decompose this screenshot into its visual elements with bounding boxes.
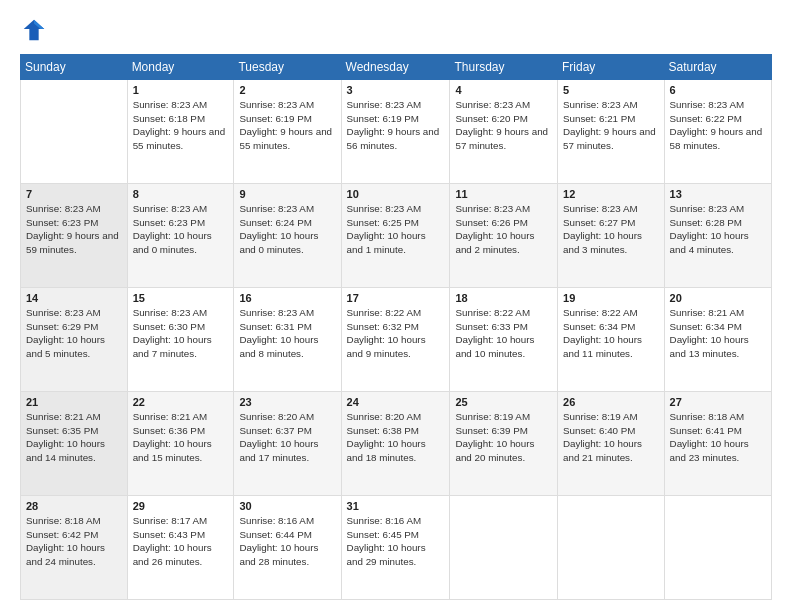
- day-info: Sunrise: 8:23 AMSunset: 6:29 PMDaylight:…: [26, 306, 122, 361]
- calendar-cell: 11Sunrise: 8:23 AMSunset: 6:26 PMDayligh…: [450, 184, 558, 288]
- day-number: 19: [563, 292, 659, 304]
- calendar-cell: [450, 496, 558, 600]
- day-info: Sunrise: 8:23 AMSunset: 6:21 PMDaylight:…: [563, 98, 659, 153]
- page: SundayMondayTuesdayWednesdayThursdayFrid…: [0, 0, 792, 612]
- day-number: 1: [133, 84, 229, 96]
- calendar-cell: 18Sunrise: 8:22 AMSunset: 6:33 PMDayligh…: [450, 288, 558, 392]
- day-info: Sunrise: 8:21 AMSunset: 6:34 PMDaylight:…: [670, 306, 766, 361]
- calendar-cell: 29Sunrise: 8:17 AMSunset: 6:43 PMDayligh…: [127, 496, 234, 600]
- header: [20, 16, 772, 44]
- day-info: Sunrise: 8:23 AMSunset: 6:18 PMDaylight:…: [133, 98, 229, 153]
- day-number: 11: [455, 188, 552, 200]
- calendar-cell: 4Sunrise: 8:23 AMSunset: 6:20 PMDaylight…: [450, 80, 558, 184]
- day-info: Sunrise: 8:18 AMSunset: 6:42 PMDaylight:…: [26, 514, 122, 569]
- day-number: 3: [347, 84, 445, 96]
- day-info: Sunrise: 8:23 AMSunset: 6:26 PMDaylight:…: [455, 202, 552, 257]
- calendar-week-row: 28Sunrise: 8:18 AMSunset: 6:42 PMDayligh…: [21, 496, 772, 600]
- calendar-cell: [21, 80, 128, 184]
- calendar-cell: 24Sunrise: 8:20 AMSunset: 6:38 PMDayligh…: [341, 392, 450, 496]
- day-info: Sunrise: 8:20 AMSunset: 6:38 PMDaylight:…: [347, 410, 445, 465]
- day-number: 2: [239, 84, 335, 96]
- calendar-cell: 25Sunrise: 8:19 AMSunset: 6:39 PMDayligh…: [450, 392, 558, 496]
- day-number: 20: [670, 292, 766, 304]
- weekday-header: Thursday: [450, 55, 558, 80]
- logo: [20, 16, 52, 44]
- day-number: 21: [26, 396, 122, 408]
- day-info: Sunrise: 8:22 AMSunset: 6:33 PMDaylight:…: [455, 306, 552, 361]
- day-number: 22: [133, 396, 229, 408]
- calendar-cell: 5Sunrise: 8:23 AMSunset: 6:21 PMDaylight…: [558, 80, 665, 184]
- day-info: Sunrise: 8:23 AMSunset: 6:31 PMDaylight:…: [239, 306, 335, 361]
- calendar-cell: 3Sunrise: 8:23 AMSunset: 6:19 PMDaylight…: [341, 80, 450, 184]
- calendar-week-row: 7Sunrise: 8:23 AMSunset: 6:23 PMDaylight…: [21, 184, 772, 288]
- day-info: Sunrise: 8:19 AMSunset: 6:39 PMDaylight:…: [455, 410, 552, 465]
- day-info: Sunrise: 8:23 AMSunset: 6:23 PMDaylight:…: [26, 202, 122, 257]
- calendar-cell: 10Sunrise: 8:23 AMSunset: 6:25 PMDayligh…: [341, 184, 450, 288]
- day-number: 24: [347, 396, 445, 408]
- calendar-cell: 8Sunrise: 8:23 AMSunset: 6:23 PMDaylight…: [127, 184, 234, 288]
- calendar-week-row: 14Sunrise: 8:23 AMSunset: 6:29 PMDayligh…: [21, 288, 772, 392]
- calendar-cell: 9Sunrise: 8:23 AMSunset: 6:24 PMDaylight…: [234, 184, 341, 288]
- calendar-cell: 12Sunrise: 8:23 AMSunset: 6:27 PMDayligh…: [558, 184, 665, 288]
- calendar-cell: 16Sunrise: 8:23 AMSunset: 6:31 PMDayligh…: [234, 288, 341, 392]
- day-info: Sunrise: 8:22 AMSunset: 6:32 PMDaylight:…: [347, 306, 445, 361]
- calendar-cell: 22Sunrise: 8:21 AMSunset: 6:36 PMDayligh…: [127, 392, 234, 496]
- day-info: Sunrise: 8:23 AMSunset: 6:19 PMDaylight:…: [347, 98, 445, 153]
- day-number: 25: [455, 396, 552, 408]
- day-number: 23: [239, 396, 335, 408]
- day-info: Sunrise: 8:21 AMSunset: 6:35 PMDaylight:…: [26, 410, 122, 465]
- calendar-cell: 14Sunrise: 8:23 AMSunset: 6:29 PMDayligh…: [21, 288, 128, 392]
- calendar-cell: 26Sunrise: 8:19 AMSunset: 6:40 PMDayligh…: [558, 392, 665, 496]
- day-number: 16: [239, 292, 335, 304]
- calendar-week-row: 1Sunrise: 8:23 AMSunset: 6:18 PMDaylight…: [21, 80, 772, 184]
- calendar-week-row: 21Sunrise: 8:21 AMSunset: 6:35 PMDayligh…: [21, 392, 772, 496]
- calendar-cell: 23Sunrise: 8:20 AMSunset: 6:37 PMDayligh…: [234, 392, 341, 496]
- day-info: Sunrise: 8:23 AMSunset: 6:23 PMDaylight:…: [133, 202, 229, 257]
- day-info: Sunrise: 8:23 AMSunset: 6:25 PMDaylight:…: [347, 202, 445, 257]
- calendar-cell: 7Sunrise: 8:23 AMSunset: 6:23 PMDaylight…: [21, 184, 128, 288]
- day-info: Sunrise: 8:22 AMSunset: 6:34 PMDaylight:…: [563, 306, 659, 361]
- day-number: 29: [133, 500, 229, 512]
- calendar-cell: 13Sunrise: 8:23 AMSunset: 6:28 PMDayligh…: [664, 184, 771, 288]
- day-info: Sunrise: 8:18 AMSunset: 6:41 PMDaylight:…: [670, 410, 766, 465]
- day-info: Sunrise: 8:23 AMSunset: 6:19 PMDaylight:…: [239, 98, 335, 153]
- calendar-cell: 15Sunrise: 8:23 AMSunset: 6:30 PMDayligh…: [127, 288, 234, 392]
- day-number: 14: [26, 292, 122, 304]
- calendar-cell: 27Sunrise: 8:18 AMSunset: 6:41 PMDayligh…: [664, 392, 771, 496]
- weekday-header: Saturday: [664, 55, 771, 80]
- day-info: Sunrise: 8:19 AMSunset: 6:40 PMDaylight:…: [563, 410, 659, 465]
- calendar-cell: [664, 496, 771, 600]
- weekday-header: Wednesday: [341, 55, 450, 80]
- day-number: 7: [26, 188, 122, 200]
- day-number: 27: [670, 396, 766, 408]
- day-info: Sunrise: 8:17 AMSunset: 6:43 PMDaylight:…: [133, 514, 229, 569]
- calendar-cell: 17Sunrise: 8:22 AMSunset: 6:32 PMDayligh…: [341, 288, 450, 392]
- day-number: 9: [239, 188, 335, 200]
- calendar-cell: 30Sunrise: 8:16 AMSunset: 6:44 PMDayligh…: [234, 496, 341, 600]
- day-info: Sunrise: 8:23 AMSunset: 6:28 PMDaylight:…: [670, 202, 766, 257]
- day-number: 8: [133, 188, 229, 200]
- day-number: 5: [563, 84, 659, 96]
- day-number: 26: [563, 396, 659, 408]
- day-info: Sunrise: 8:23 AMSunset: 6:22 PMDaylight:…: [670, 98, 766, 153]
- weekday-header: Sunday: [21, 55, 128, 80]
- calendar-cell: 31Sunrise: 8:16 AMSunset: 6:45 PMDayligh…: [341, 496, 450, 600]
- day-info: Sunrise: 8:16 AMSunset: 6:44 PMDaylight:…: [239, 514, 335, 569]
- logo-icon: [20, 16, 48, 44]
- day-number: 4: [455, 84, 552, 96]
- calendar-cell: 6Sunrise: 8:23 AMSunset: 6:22 PMDaylight…: [664, 80, 771, 184]
- day-info: Sunrise: 8:23 AMSunset: 6:27 PMDaylight:…: [563, 202, 659, 257]
- day-number: 28: [26, 500, 122, 512]
- day-info: Sunrise: 8:23 AMSunset: 6:20 PMDaylight:…: [455, 98, 552, 153]
- calendar-cell: 21Sunrise: 8:21 AMSunset: 6:35 PMDayligh…: [21, 392, 128, 496]
- day-info: Sunrise: 8:16 AMSunset: 6:45 PMDaylight:…: [347, 514, 445, 569]
- calendar-table: SundayMondayTuesdayWednesdayThursdayFrid…: [20, 54, 772, 600]
- calendar-cell: 20Sunrise: 8:21 AMSunset: 6:34 PMDayligh…: [664, 288, 771, 392]
- day-number: 6: [670, 84, 766, 96]
- calendar-cell: 28Sunrise: 8:18 AMSunset: 6:42 PMDayligh…: [21, 496, 128, 600]
- day-number: 30: [239, 500, 335, 512]
- weekday-header: Friday: [558, 55, 665, 80]
- calendar-cell: [558, 496, 665, 600]
- calendar-cell: 19Sunrise: 8:22 AMSunset: 6:34 PMDayligh…: [558, 288, 665, 392]
- weekday-header: Tuesday: [234, 55, 341, 80]
